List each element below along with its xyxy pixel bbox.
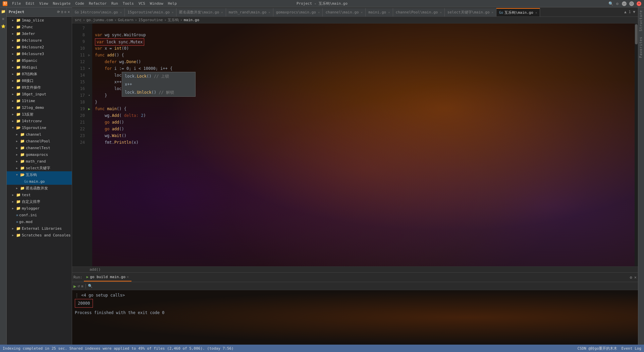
code-content[interactable]: var wg sync.WaitGroup var lock sync.Mute…: [92, 24, 635, 266]
tree-item-05panic[interactable]: ▶📁05panic: [7, 57, 72, 64]
tab-channel[interactable]: channel\main.go ×: [323, 8, 366, 16]
bookmark-icon[interactable]: ⭐: [1, 24, 6, 29]
ac-item-unlock[interactable]: lock.Unlock() // 解锁: [122, 88, 195, 96]
tree-item-scratches[interactable]: ▶📁Scratches and Consoles: [7, 232, 72, 238]
project-icon[interactable]: 📁: [1, 9, 6, 14]
tree-item-maingo[interactable]: Gomain.go: [7, 178, 72, 185]
breadcrumb-golearn[interactable]: GoLearn: [118, 18, 133, 22]
tree-item-10[interactable]: ▶📁10get_input: [7, 91, 72, 97]
tree-item-04closure3[interactable]: ▶📁04closure3: [7, 50, 72, 57]
tree-item-mylogger[interactable]: ▶📁mylogger: [7, 205, 72, 212]
tree-item-external-libraries[interactable]: ▶📁External Libraries: [7, 225, 72, 232]
run-filter-icon[interactable]: 🔍: [88, 284, 93, 288]
tree-item-gomod[interactable]: ≡go.mod: [7, 218, 72, 225]
tree-item-channelPool[interactable]: ▶📁channelPool: [7, 138, 72, 144]
tree-item-gomaxprocs[interactable]: ▶📁gomaxprocs: [7, 151, 72, 158]
tab-close-active-icon[interactable]: ×: [535, 11, 537, 14]
breadcrumb-maingo[interactable]: main.go: [184, 18, 199, 22]
tree-item-09[interactable]: ▶📁09文件操作: [7, 84, 72, 91]
tree-item-1map_slice[interactable]: ▶📁1map_slice: [7, 17, 72, 24]
tab-gomaxprocs[interactable]: gomaxprocs\main.go ×: [273, 8, 323, 16]
tree-item-math_rand[interactable]: ▶📁math_rand: [7, 158, 72, 165]
tree-item-channelTest[interactable]: ▶📁channelTest: [7, 144, 72, 151]
search-icon[interactable]: 🔍: [608, 1, 613, 6]
menu-run[interactable]: Run: [109, 1, 120, 6]
event-log-link[interactable]: Event Log: [621, 346, 641, 351]
run-rerun-icon[interactable]: ↺: [77, 284, 80, 288]
tree-item-11[interactable]: ▶📁11time: [7, 97, 72, 104]
breadcrumb-15goroutine[interactable]: 15goroutine: [139, 18, 163, 22]
tab-math-rand[interactable]: math_rand\main.go ×: [226, 8, 273, 16]
run-tab-close-icon[interactable]: ×: [127, 275, 129, 279]
tree-item-12[interactable]: ▶📁12log_demo: [7, 104, 72, 111]
tree-item-06digui[interactable]: ▶📁06digui: [7, 64, 72, 71]
tree-item-3defer[interactable]: ▶📁3defer: [7, 30, 72, 37]
menu-help[interactable]: Help: [166, 1, 179, 6]
tree-expand-icon[interactable]: ≡: [61, 10, 63, 14]
tab-close-icon[interactable]: ×: [361, 11, 363, 14]
close-button[interactable]: ×: [637, 1, 641, 6]
run-tab-go-build[interactable]: ▶ go build main.go ×: [84, 273, 132, 281]
tab-14strconv[interactable]: Go 14strconv\main.go ×: [72, 8, 125, 16]
tree-item-conf[interactable]: ≡conf.ini: [7, 212, 72, 218]
tree-item-04closure[interactable]: ▶📁04closure: [7, 37, 72, 44]
tree-item-custom-sort[interactable]: ▶📁自定义排序: [7, 198, 72, 205]
tab-maini[interactable]: maini.go ×: [366, 8, 393, 16]
tab-hulugou[interactable]: Go 互乐钩\main.go ×: [496, 8, 540, 16]
ac-item-xpp[interactable]: x++: [122, 80, 195, 88]
minimize-button[interactable]: —: [622, 1, 627, 6]
tree-settings-icon[interactable]: ⚙: [64, 10, 66, 14]
tree-content[interactable]: ▶📁1map_slice ▶📁2func ▶📁3defer ▶📁04closur…: [7, 17, 72, 345]
tab-close-icon[interactable]: ×: [120, 11, 122, 14]
tab-close-icon[interactable]: ×: [221, 11, 223, 14]
tree-item-hulugou[interactable]: ▼📂互乐钩: [7, 171, 72, 178]
run-play-icon[interactable]: ▶: [73, 283, 76, 289]
breadcrumb-junmu[interactable]: go.junmu.com: [87, 18, 113, 22]
autocomplete-popup[interactable]: lock.Lock() // 上锁 x++ lock.Unlock() // 解…: [122, 72, 196, 97]
menu-tools[interactable]: Tools: [121, 1, 136, 6]
menu-window[interactable]: Window: [148, 1, 165, 6]
tab-close-icon[interactable]: ×: [268, 11, 270, 14]
tree-item-anonymous[interactable]: ▶📁匿名函数并发: [7, 185, 72, 191]
breadcrumb-src[interactable]: src: [75, 18, 82, 22]
structure-icon[interactable]: ≡: [1, 16, 6, 21]
run-scroll-icon[interactable]: ≡: [81, 284, 84, 289]
tree-item-14[interactable]: ▶📁14strconv: [7, 118, 72, 124]
structure-label[interactable]: Structure: [638, 7, 644, 34]
tree-item-04closure2[interactable]: ▶📁04closure2: [7, 44, 72, 50]
tab-close-icon[interactable]: ×: [172, 11, 173, 14]
tab-close-icon[interactable]: ×: [440, 11, 441, 14]
tree-item-08[interactable]: ▶📁08接口: [7, 77, 72, 84]
vscroll-thumb[interactable]: [635, 24, 638, 44]
tab-select[interactable]: select关键字\main.go ×: [445, 8, 496, 16]
breadcrumb-hulugou[interactable]: 互乐钩: [168, 17, 179, 23]
editor-vscroll[interactable]: [635, 24, 638, 266]
tree-item-15goroutine[interactable]: ▼📂15goroutine: [7, 124, 72, 131]
menu-view[interactable]: View: [37, 1, 50, 6]
run-settings-icon[interactable]: ⚙: [630, 275, 632, 280]
code-editor-area[interactable]: 7 8 9 10 11 12 13 14 15 16 17 18 19 20 2…: [72, 24, 638, 266]
menu-file[interactable]: File: [10, 1, 23, 6]
tree-item-channel[interactable]: ▶📁channel: [7, 131, 72, 138]
tree-item-select[interactable]: ▶📁select关键字: [7, 165, 72, 171]
tree-item-13[interactable]: ▶📁13反射: [7, 111, 72, 118]
favorites-label[interactable]: Favorites: [638, 34, 644, 60]
tree-item-07[interactable]: ▶📁07结构体: [7, 71, 72, 77]
tree-close-icon[interactable]: ×: [68, 10, 70, 14]
tab-close-icon[interactable]: ×: [492, 11, 493, 14]
tree-sync-icon[interactable]: ⟳: [57, 10, 60, 14]
menu-edit[interactable]: Edit: [24, 1, 37, 6]
tab-close-icon[interactable]: ×: [318, 11, 320, 14]
run-close-icon[interactable]: ×: [634, 275, 637, 280]
tab-close-icon[interactable]: ×: [388, 11, 390, 14]
menu-code[interactable]: Code: [73, 1, 86, 6]
ac-item-lock[interactable]: lock.Lock() // 上锁: [122, 72, 195, 80]
tab-anonymous[interactable]: 匿名函数并发\main.go ×: [176, 8, 226, 16]
tree-item-test[interactable]: ▶📁test: [7, 191, 72, 198]
menu-vcs[interactable]: VCS: [137, 1, 147, 6]
menu-navigate[interactable]: Navigate: [51, 1, 73, 6]
menu-refactor[interactable]: Refactor: [87, 1, 109, 6]
tab-channelPool[interactable]: channelPool\main.go ×: [393, 8, 445, 16]
tab-15goroutine[interactable]: 15goroutine\main.go ×: [125, 8, 176, 16]
tree-item-2func[interactable]: ▶📁2func: [7, 24, 72, 30]
